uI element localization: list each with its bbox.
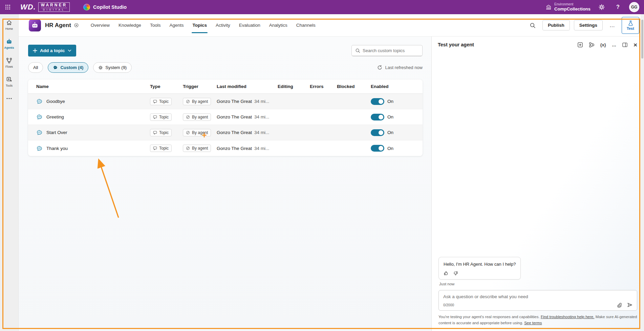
tab-label: Channels [296, 23, 316, 28]
chevron-down-icon [68, 49, 71, 52]
chat-bubble-icon [36, 145, 43, 152]
table-row[interactable]: Start Over Topic By agent Gonzo The Grea… [28, 125, 423, 140]
copilot-studio-icon [83, 4, 90, 10]
chat-input[interactable] [443, 294, 632, 299]
agents-bot-icon [6, 38, 13, 45]
table-row[interactable]: Goodbye Topic By agent Gonzo The Great34… [28, 94, 423, 109]
test-panel-disclaimer: You're testing your agent's real respons… [432, 311, 644, 331]
topics-page: Add a topic All [19, 37, 431, 331]
filter-all-pill[interactable]: All [28, 62, 43, 73]
tab-analytics[interactable]: Analytics [265, 14, 292, 36]
toggle-knob [379, 130, 383, 135]
window-scrollbar[interactable] [641, 14, 644, 331]
header-search-icon[interactable] [527, 20, 538, 31]
sidebar-more-icon[interactable] [6, 97, 12, 100]
sidebar-item-agents[interactable]: Agents [1, 36, 17, 51]
type-badge: Topic [150, 113, 172, 121]
environment-name: CompCollections [554, 6, 591, 12]
help-icon[interactable]: ? [613, 2, 623, 12]
chat-bubble-icon [36, 98, 43, 105]
sidebar-item-label: Flows [5, 65, 13, 68]
trigger-badge: By agent [183, 129, 211, 136]
settings-gear-icon[interactable] [597, 2, 607, 12]
variables-icon[interactable]: {x} [600, 42, 606, 47]
sidebar-item-label: Tools [6, 84, 13, 87]
topic-badge-icon [153, 146, 157, 150]
header-more-button[interactable]: … [607, 21, 618, 30]
trigger-badge: By agent [183, 98, 211, 105]
dock-panel-icon[interactable] [622, 42, 628, 48]
filter-custom-pill[interactable]: Custom (4) [48, 62, 88, 73]
trigger-badge-label: By agent [192, 146, 208, 151]
topics-search-input[interactable] [363, 48, 419, 53]
table-row[interactable]: Thank you Topic By agent Gonzo The Great… [28, 140, 423, 156]
enabled-label: On [387, 146, 393, 151]
topics-table: Name Type Trigger Last modified Editing … [28, 80, 423, 156]
enabled-toggle[interactable] [371, 114, 384, 120]
tab-activity[interactable]: Activity [211, 14, 235, 36]
tab-overview[interactable]: Overview [86, 14, 114, 36]
filter-system-pill[interactable]: System (9) [93, 62, 132, 73]
tab-topics[interactable]: Topics [188, 14, 211, 36]
user-avatar[interactable]: GG [629, 2, 639, 12]
sidebar-item-home[interactable]: Home [1, 17, 17, 32]
scrollbar-thumb[interactable] [641, 20, 643, 59]
page-title: HR Agent [45, 22, 71, 29]
toggle-knob [379, 99, 383, 104]
type-badge: Topic [150, 145, 172, 152]
agent-status-icon[interactable] [74, 23, 79, 28]
tab-label: Activity [216, 23, 230, 28]
enabled-toggle[interactable] [371, 129, 384, 136]
enabled-label: On [387, 130, 393, 135]
table-row[interactable]: Greeting Topic By agent Gonzo The Great3… [28, 109, 423, 125]
tab-label: Agents [169, 23, 184, 28]
tab-label: Knowledge [119, 23, 141, 28]
tab-evaluation[interactable]: Evaluation [235, 14, 265, 36]
tab-knowledge[interactable]: Knowledge [114, 14, 146, 36]
new-conversation-icon[interactable] [577, 42, 583, 48]
publish-button[interactable]: Publish [542, 20, 570, 30]
tab-tools[interactable]: Tools [146, 14, 165, 36]
tab-label: Overview [91, 23, 110, 28]
enabled-toggle[interactable] [371, 98, 384, 105]
waffle-grid-icon [5, 4, 10, 10]
sidebar-item-tools[interactable]: Tools [1, 74, 17, 89]
environment-picker[interactable]: Environment CompCollections [545, 2, 591, 12]
trigger-badge-label: By agent [192, 115, 208, 119]
thumbs-up-icon[interactable] [444, 271, 449, 276]
by-agent-icon [186, 146, 190, 150]
paperclip-glyph [616, 302, 622, 308]
flows-icon [6, 57, 13, 64]
tab-label: Analytics [269, 23, 287, 28]
table-header-row: Name Type Trigger Last modified Editing … [28, 80, 423, 94]
tab-label: Topics [192, 23, 207, 28]
tab-agents[interactable]: Agents [165, 14, 188, 36]
settings-button[interactable]: Settings [574, 20, 603, 30]
enabled-toggle[interactable] [371, 145, 384, 152]
agent-message-text: Hello, I'm HR Agent. How can I help? [444, 261, 516, 267]
agent-header: HR Agent Overview Knowledge Tools Agents… [19, 14, 644, 37]
thumb-up-glyph [444, 271, 449, 276]
send-icon[interactable] [627, 302, 632, 308]
close-icon[interactable]: × [634, 42, 637, 48]
activity-map-icon[interactable] [589, 42, 595, 48]
attachment-icon[interactable] [616, 302, 622, 308]
tab-channels[interactable]: Channels [292, 14, 320, 36]
agent-avatar [29, 19, 41, 31]
type-badge-label: Topic [159, 146, 169, 151]
troubleshooting-link[interactable]: Find troubleshooting help here. [541, 315, 595, 319]
waffle-menu-icon[interactable] [0, 0, 16, 14]
by-agent-icon [186, 100, 190, 104]
refresh-status[interactable]: Last refreshed now [377, 65, 423, 70]
tools-icon [6, 76, 13, 83]
type-badge: Topic [150, 98, 172, 105]
test-panel-more-icon[interactable]: … [612, 42, 616, 47]
thumbs-down-icon[interactable] [453, 271, 458, 276]
type-badge-label: Topic [159, 115, 169, 119]
app-identity: Copilot Studio [83, 4, 127, 10]
add-topic-button[interactable]: Add a topic [28, 45, 76, 57]
test-button[interactable]: Test [622, 17, 639, 34]
sidebar-item-flows[interactable]: Flows [1, 55, 17, 70]
see-terms-link[interactable]: See terms [524, 321, 542, 325]
chat-transcript: Hello, I'm HR Agent. How can I help? [432, 53, 644, 290]
